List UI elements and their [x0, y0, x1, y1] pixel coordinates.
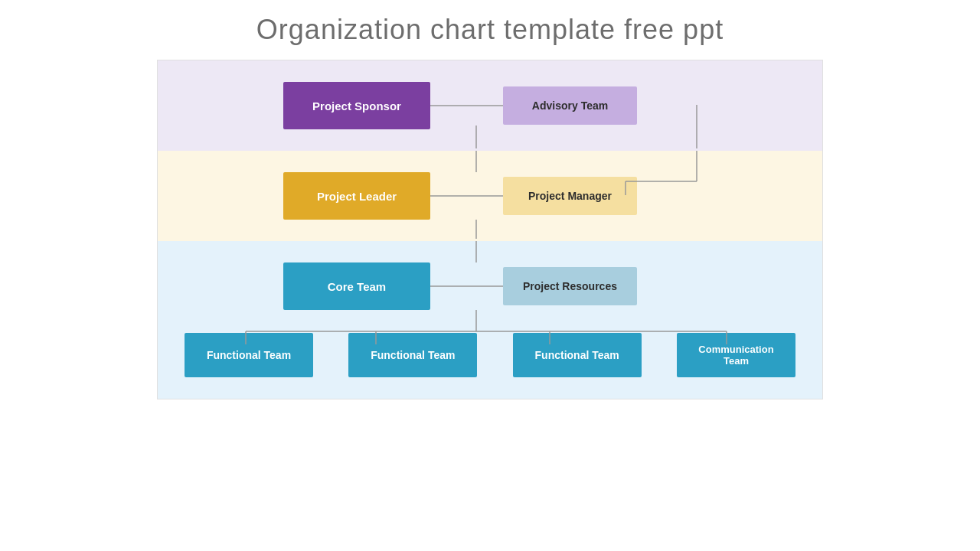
h-connector-sponsor	[430, 104, 503, 107]
functional-box-2: Functional Team	[348, 333, 477, 377]
functional-row: Functional Team Functional Team Function…	[157, 333, 823, 377]
advisory-box: Advisory Team	[503, 86, 637, 125]
core-row: Core Team Project Resources	[191, 262, 789, 310]
sponsor-row: Project Sponsor Advisory Team	[191, 82, 789, 129]
h-connector-leader	[430, 194, 503, 197]
band-leader: Project Leader Project Manager	[158, 151, 822, 241]
band-core: Core Team Project Resources	[158, 241, 822, 399]
page-title: Organization chart template free ppt	[256, 14, 724, 46]
functional-box-3: Functional Team	[513, 333, 642, 377]
band-sponsor: Project Sponsor Advisory Team	[158, 60, 822, 151]
leader-box: Project Leader	[283, 172, 430, 220]
communication-box: Communication Team	[677, 333, 795, 377]
connector-svg3	[430, 285, 503, 288]
functional-box-1: Functional Team	[185, 333, 313, 377]
connector-svg2	[430, 194, 503, 197]
h-connector-core	[430, 285, 503, 288]
page-wrapper: Organization chart template free ppt Pro…	[0, 0, 980, 551]
core-box: Core Team	[283, 262, 430, 310]
connector-svg	[430, 104, 503, 107]
chart-container: Project Sponsor Advisory Team	[157, 60, 823, 399]
manager-box: Project Manager	[503, 177, 637, 215]
sponsor-box: Project Sponsor	[283, 82, 430, 129]
resources-box: Project Resources	[503, 267, 637, 305]
leader-row: Project Leader Project Manager	[191, 172, 789, 220]
